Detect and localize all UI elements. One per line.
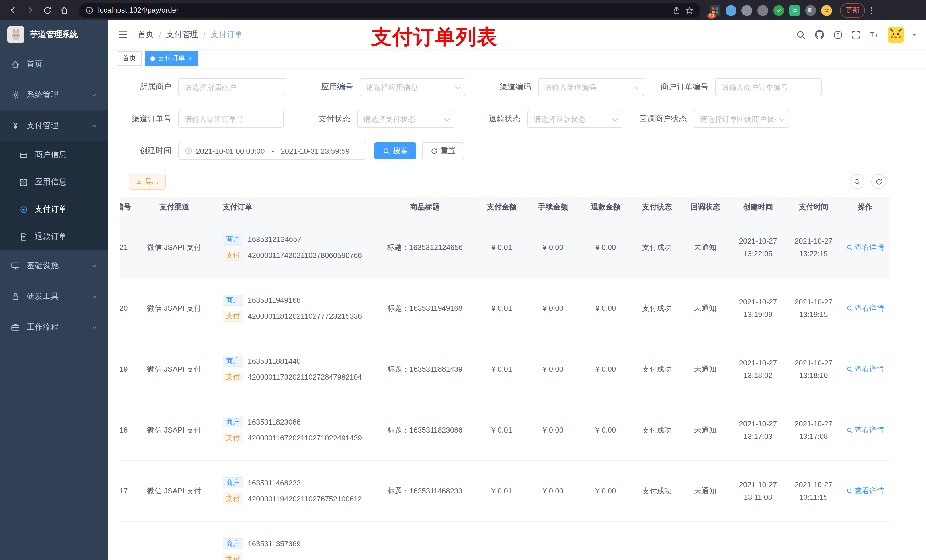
- document-icon: [20, 232, 28, 241]
- site-info-icon[interactable]: [85, 6, 94, 14]
- help-icon[interactable]: ?: [833, 30, 843, 39]
- fullscreen-icon[interactable]: [851, 30, 861, 39]
- merchant-order-no-input[interactable]: [722, 83, 816, 91]
- refund-status-input[interactable]: [534, 115, 609, 123]
- notify-status-select[interactable]: [694, 110, 789, 128]
- extension-badge: 10: [707, 13, 716, 18]
- table-row: 19 微信 JSAPI 支付 商户1635311881440 支付4200001…: [120, 339, 890, 400]
- breadcrumb-home[interactable]: 首页: [138, 30, 154, 40]
- merchant-no: 1635311881440: [248, 357, 301, 365]
- bookmark-star-icon[interactable]: [685, 6, 694, 15]
- pay-status-select[interactable]: [357, 110, 454, 128]
- cell-status: 支付成功: [633, 339, 681, 400]
- forward-icon[interactable]: [23, 3, 38, 18]
- extension-gray2-icon[interactable]: [757, 5, 768, 16]
- pay-status-input[interactable]: [363, 115, 441, 123]
- view-details-link[interactable]: 查看详情: [846, 242, 884, 252]
- cell-actions: 查看详情: [841, 400, 890, 460]
- sidebar-item-pay-order[interactable]: 支付订单: [0, 196, 108, 223]
- sidebar-item-workflow[interactable]: 工作流程: [0, 312, 108, 343]
- cell-refund: ¥ 0.00: [579, 217, 633, 278]
- extension-check-icon[interactable]: [773, 5, 784, 16]
- github-icon[interactable]: [814, 30, 825, 40]
- extension-gray1-icon[interactable]: [741, 5, 752, 16]
- sidebar-item-dev-tools[interactable]: 研发工具: [0, 281, 108, 312]
- pay-badge: 支付: [223, 433, 243, 443]
- reload-icon[interactable]: [40, 3, 54, 18]
- date-range-picker[interactable]: 2021-10-01 00:00:00 - 2021-10-31 23:59:5…: [178, 142, 366, 160]
- url-bar[interactable]: localhost:1024/pay/order: [79, 3, 701, 18]
- date-separator: -: [268, 146, 277, 155]
- chevron-down-icon: [91, 293, 97, 300]
- extension-chat-icon[interactable]: [789, 5, 800, 16]
- tab-pay-order[interactable]: 支付订单 ×: [145, 51, 198, 66]
- extension-drop-icon[interactable]: [726, 5, 736, 16]
- channel-order-no-field[interactable]: [178, 110, 284, 128]
- tab-home[interactable]: 首页: [117, 51, 142, 66]
- extension-pinned-icon[interactable]: 10: [710, 5, 720, 16]
- home-icon[interactable]: [57, 3, 72, 18]
- table-header-row: 编号 支付渠道 支付订单 商品标题 支付金额 手续金额 退款金额 支付状态 回调…: [120, 198, 890, 217]
- search-button[interactable]: 搜索: [374, 142, 416, 159]
- search-icon[interactable]: [796, 30, 806, 39]
- back-icon[interactable]: [6, 3, 21, 18]
- chevron-down-icon: [612, 115, 618, 121]
- view-details-link[interactable]: 查看详情: [846, 303, 884, 313]
- browser-menu-icon[interactable]: [871, 6, 873, 14]
- avatar-face-icon[interactable]: [821, 5, 832, 16]
- merchant-select[interactable]: [178, 78, 286, 96]
- hamburger-icon[interactable]: [117, 29, 129, 41]
- browser-update-button[interactable]: 更新: [840, 3, 865, 17]
- export-button[interactable]: 导出: [129, 174, 166, 190]
- sidebar-item-home[interactable]: 首页: [0, 49, 108, 80]
- font-size-icon[interactable]: TT: [869, 30, 879, 39]
- pay-badge: 支付: [223, 554, 243, 560]
- merchant-badge: 商户: [223, 417, 243, 427]
- channel-code-input[interactable]: [545, 83, 631, 91]
- date-end[interactable]: 2021-10-31 23:59:59: [281, 146, 350, 155]
- app-id-input[interactable]: [366, 83, 452, 91]
- channel-order-no-input[interactable]: [185, 115, 277, 123]
- pay-badge: 支付: [223, 250, 243, 261]
- col-title: 商品标题: [374, 198, 476, 217]
- user-avatar[interactable]: [888, 27, 904, 43]
- date-start[interactable]: 2021-10-01 00:00:00: [196, 146, 265, 155]
- refund-status-select[interactable]: [527, 110, 622, 128]
- cell-refund: ¥ 0.00: [579, 460, 633, 521]
- puzzle-icon[interactable]: [805, 5, 816, 16]
- tab-close-icon[interactable]: ×: [188, 55, 192, 62]
- share-icon[interactable]: [673, 6, 681, 14]
- notify-status-input[interactable]: [700, 115, 776, 123]
- view-details-link[interactable]: 查看详情: [846, 425, 884, 435]
- avatar-caret-icon[interactable]: [912, 33, 917, 36]
- sidebar-item-app-info[interactable]: 应用信息: [0, 169, 108, 196]
- sidebar-item-refund-order[interactable]: 退款订单: [0, 223, 108, 251]
- cell-pay-order: 商户1635311468233 支付4200001194202110276752…: [209, 460, 374, 521]
- refresh-table-button[interactable]: [872, 174, 886, 189]
- channel-code-select[interactable]: [538, 78, 644, 96]
- cell-notify: 未通知: [681, 460, 729, 521]
- app-id-select[interactable]: [360, 78, 465, 96]
- magnifier-icon: [846, 305, 853, 312]
- breadcrumb: 首页 / 支付管理 / 支付订单: [138, 30, 243, 40]
- reset-button[interactable]: 重置: [422, 142, 464, 159]
- view-details-link[interactable]: 查看详情: [846, 486, 884, 496]
- cell-id: 18: [120, 400, 140, 460]
- merchant-no: 1635311468233: [248, 478, 301, 487]
- merchant-input[interactable]: [185, 83, 280, 91]
- pay-badge: 支付: [223, 371, 243, 382]
- col-refund: 退款金额: [579, 198, 633, 217]
- sidebar-item-system[interactable]: 系统管理: [0, 80, 108, 110]
- merchant-order-no-field[interactable]: [715, 78, 822, 96]
- breadcrumb-payment[interactable]: 支付管理: [166, 30, 198, 40]
- cell-refund: ¥ 0.00: [579, 339, 633, 400]
- cell-amount: ¥ 0.01: [476, 400, 527, 460]
- view-details-link[interactable]: 查看详情: [846, 364, 884, 374]
- app-logo[interactable]: 芋道管理系统: [0, 21, 108, 49]
- sidebar-item-infrastructure[interactable]: 基础设施: [0, 251, 108, 281]
- filter-label: 商户订单编号: [644, 82, 715, 92]
- hide-search-button[interactable]: [850, 174, 864, 189]
- sidebar-item-merchant-info[interactable]: 商户信息: [0, 141, 108, 169]
- pay-badge: 支付: [223, 311, 243, 322]
- sidebar-item-payment[interactable]: 支付管理: [0, 110, 108, 141]
